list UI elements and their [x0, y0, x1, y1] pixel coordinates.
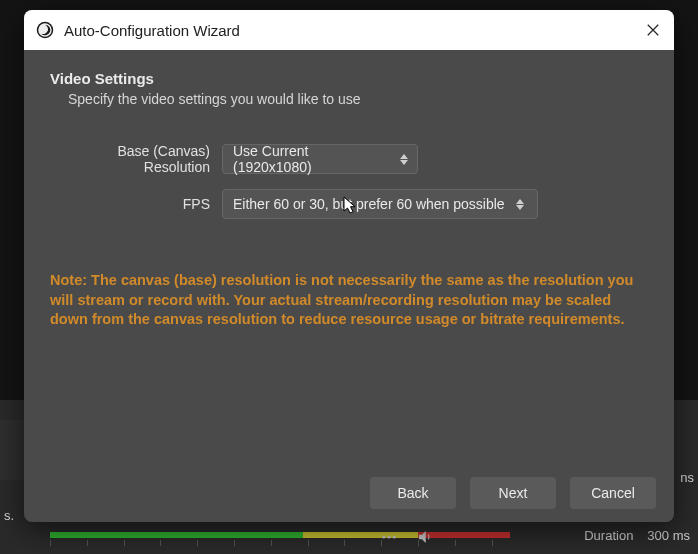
back-button-label: Back	[397, 485, 428, 501]
fps-select[interactable]: Either 60 or 30, but prefer 60 when poss…	[222, 189, 538, 219]
svg-point-0	[382, 536, 385, 539]
cancel-button[interactable]: Cancel	[570, 477, 656, 509]
bg-truncated-text-right: ns	[680, 470, 694, 485]
resolution-select-value: Use Current (1920x1080)	[233, 143, 389, 175]
dialog-title: Auto-Configuration Wizard	[64, 22, 240, 39]
auto-config-wizard-dialog: Auto-Configuration Wizard Video Settings…	[24, 10, 674, 522]
stepper-icon	[515, 199, 525, 210]
svg-point-2	[393, 536, 396, 539]
page-title: Video Settings	[50, 70, 648, 87]
cancel-button-label: Cancel	[591, 485, 635, 501]
dots-icon	[380, 528, 398, 550]
status-bar: Duration 300 ms	[584, 524, 690, 546]
fps-select-value: Either 60 or 30, but prefer 60 when poss…	[233, 196, 505, 212]
svg-point-1	[388, 536, 391, 539]
resolution-label: Base (Canvas) Resolution	[50, 143, 222, 175]
resolution-row: Base (Canvas) Resolution Use Current (19…	[50, 143, 648, 175]
dialog-titlebar: Auto-Configuration Wizard	[24, 10, 674, 50]
bg-mixer-icons	[380, 528, 434, 550]
resolution-select[interactable]: Use Current (1920x1080)	[222, 144, 418, 174]
next-button-label: Next	[499, 485, 528, 501]
status-duration-value: 300 ms	[647, 528, 690, 543]
dialog-body: Video Settings Specify the video setting…	[24, 50, 674, 464]
obs-logo-icon	[36, 21, 54, 39]
page-subtitle: Specify the video settings you would lik…	[68, 91, 648, 107]
video-settings-form: Base (Canvas) Resolution Use Current (19…	[50, 143, 648, 233]
audio-meter	[50, 528, 510, 548]
resolution-note: Note: The canvas (base) resolution is no…	[50, 271, 640, 330]
stepper-icon	[399, 154, 409, 165]
bg-truncated-text-left: s.	[4, 508, 14, 523]
speaker-icon	[416, 528, 434, 550]
fps-row: FPS Either 60 or 30, but prefer 60 when …	[50, 189, 648, 219]
back-button[interactable]: Back	[370, 477, 456, 509]
audio-meter-ticks	[50, 540, 510, 546]
dialog-footer: Back Next Cancel	[24, 464, 674, 522]
next-button[interactable]: Next	[470, 477, 556, 509]
close-button[interactable]	[644, 21, 662, 39]
status-duration-label: Duration	[584, 528, 633, 543]
audio-meter-bar	[50, 532, 510, 538]
fps-label: FPS	[50, 196, 222, 212]
